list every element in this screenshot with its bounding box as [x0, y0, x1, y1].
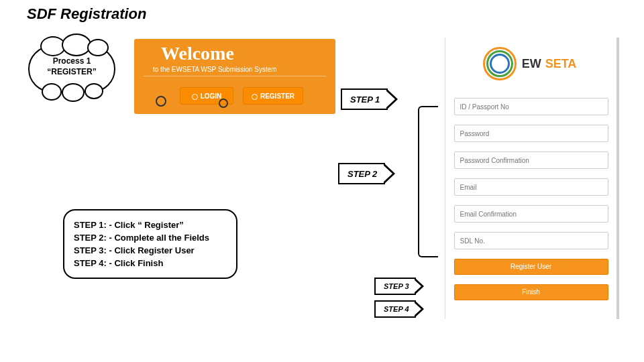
welcome-heading: Welcome	[134, 39, 335, 66]
user-icon	[192, 94, 198, 100]
register-label: REGISTER	[260, 93, 294, 100]
step2-text: STEP 2: - Complete all the Fields	[74, 233, 227, 243]
step2-arrow: STEP 2	[338, 163, 385, 184]
process-cloud-callout: Process 1 “REGISTER”	[28, 46, 115, 93]
id-passport-field[interactable]	[454, 98, 608, 115]
step4-text: STEP 4: - Click Finish	[74, 258, 227, 268]
registration-form-panel: EWSETA Register User Finish	[445, 38, 619, 319]
logo-ew: EW	[522, 57, 541, 70]
pointer-circle-icon	[156, 96, 166, 107]
login-label: LOGIN	[201, 93, 222, 100]
ewseta-logo: EWSETA	[452, 43, 610, 84]
sdl-no-field[interactable]	[454, 232, 608, 249]
email-field[interactable]	[454, 178, 608, 196]
step3-arrow: STEP 3	[374, 278, 416, 295]
user-icon	[252, 94, 258, 100]
step4-arrow: STEP 4	[374, 300, 416, 318]
step1-text: STEP 1: - Click “ Register”	[74, 220, 227, 230]
steps-instruction-box: STEP 1: - Click “ Register” STEP 2: - Co…	[63, 209, 237, 279]
pointer-circle-icon	[219, 99, 228, 108]
password-confirm-field[interactable]	[454, 152, 608, 169]
cloud-line2: “REGISTER”	[28, 67, 115, 78]
page-title: SDF Registration	[27, 5, 146, 23]
password-field[interactable]	[454, 125, 608, 142]
welcome-subtitle: to the EWSETA WSP Submission System	[144, 66, 326, 76]
step1-arrow: STEP 1	[341, 88, 388, 110]
logo-seta: SETA	[543, 56, 580, 72]
email-confirm-field[interactable]	[454, 205, 608, 223]
step2-bracket	[418, 106, 438, 257]
register-button[interactable]: REGISTER	[243, 87, 303, 105]
cloud-line1: Process 1	[28, 56, 115, 67]
finish-button[interactable]: Finish	[454, 284, 608, 300]
logo-rings-icon	[483, 47, 517, 80]
step3-text: STEP 3: - Click Register User	[74, 245, 227, 255]
register-user-button[interactable]: Register User	[454, 259, 608, 275]
